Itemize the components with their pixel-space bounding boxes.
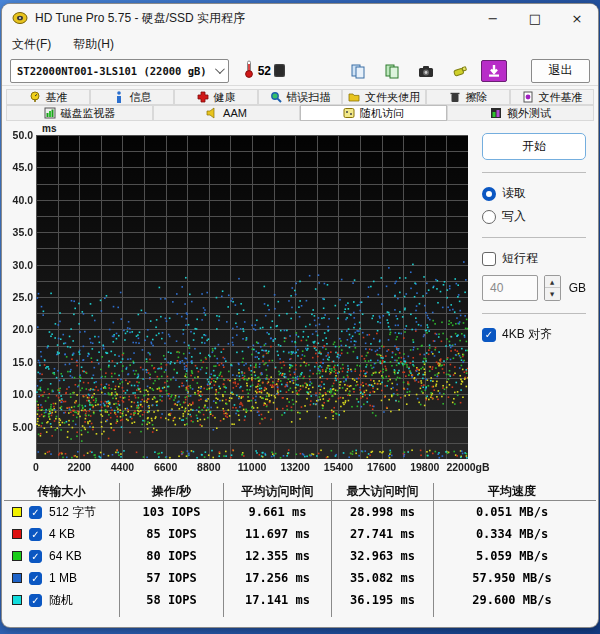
y-tick-label: 30.0 — [13, 259, 33, 271]
copy-button[interactable] — [345, 60, 371, 82]
y-tick-label: 5.00 — [13, 421, 33, 433]
app-window: HD Tune Pro 5.75 - 硬盘/SSD 实用程序 − □ × 文件(… — [2, 4, 598, 627]
table-row-random: ✓ 随机 58 IOPS 17.141 ms 36.195 ms 29.600 … — [4, 589, 596, 611]
download-button[interactable] — [481, 60, 507, 82]
toolbar: ST22000NT001-3LS101 (22000 gB) 52 退出 — [2, 56, 598, 86]
avg-speed-value: 57.950 MB/s — [434, 567, 590, 589]
tab-label: 健康 — [214, 90, 236, 105]
col-header-avg-speed: 平均速度 — [434, 483, 590, 500]
random-access-chart — [36, 135, 468, 459]
camera-button[interactable] — [413, 60, 439, 82]
tab-file-benchmark[interactable]: 文件基准 — [510, 89, 594, 105]
tab-label: 随机访问 — [360, 106, 404, 121]
maximize-button[interactable]: □ — [514, 4, 556, 32]
tab-folder-usage[interactable]: 文件夹使用 — [342, 89, 426, 105]
tab-label: AAM — [223, 107, 247, 119]
menu-help[interactable]: 帮助(H) — [73, 36, 114, 53]
col-header-max-access: 最大访问时间 — [332, 483, 434, 500]
window-controls: − □ × — [472, 4, 598, 32]
series-color-swatch — [12, 595, 22, 605]
y-tick-label: 40.0 — [13, 194, 33, 206]
read-label: 读取 — [502, 185, 526, 202]
temperature-unit-badge — [274, 64, 285, 77]
avg-access-value: 12.355 ms — [224, 545, 332, 567]
divider — [482, 237, 586, 238]
series-checkbox[interactable]: ✓ — [29, 506, 42, 519]
write-radio[interactable] — [482, 210, 496, 224]
save-usb-icon — [452, 63, 468, 79]
minimize-button[interactable]: − — [472, 4, 514, 32]
camera-icon — [418, 63, 434, 79]
read-option[interactable]: 读取 — [482, 185, 586, 202]
gb-unit-label: GB — [569, 281, 586, 295]
tab-strip: 基准信息健康错误扫描文件夹使用擦除文件基准 磁盘监视器AAM随机访问额外测试 — [6, 89, 594, 121]
tab-disk-monitor[interactable]: 磁盘监视器 — [6, 105, 153, 121]
file-benchmark-icon — [522, 91, 534, 103]
short-stroke-size-row: 40 ▲ ▼ GB — [482, 275, 586, 301]
4kb-align-checkbox[interactable]: ✓ — [482, 328, 496, 342]
y-axis-labels: 50.045.040.035.030.025.020.015.010.05.00 — [2, 135, 36, 459]
drive-select[interactable]: ST22000NT001-3LS101 (22000 gB) — [10, 59, 229, 83]
tab-label: 信息 — [130, 90, 152, 105]
x-tick-label: 0 — [33, 461, 39, 473]
tab-label: 文件基准 — [539, 90, 583, 105]
iops-value: 85 IOPS — [120, 523, 224, 545]
tab-info[interactable]: 信息 — [90, 89, 174, 105]
tab-extra-tests[interactable]: 额外测试 — [447, 105, 594, 121]
divider — [482, 172, 586, 173]
series-checkbox[interactable]: ✓ — [29, 550, 42, 563]
copy-icon — [350, 63, 366, 79]
x-tick-label: 8800 — [197, 461, 220, 473]
max-access-value: 32.963 ms — [332, 545, 434, 567]
avg-speed-value: 0.334 MB/s — [434, 523, 590, 545]
size-stepper: ▲ ▼ — [544, 275, 561, 301]
toolbar-buttons — [345, 60, 507, 82]
iops-value: 80 IOPS — [120, 545, 224, 567]
tab-label: 文件夹使用 — [365, 90, 420, 105]
write-option[interactable]: 写入 — [482, 208, 586, 225]
tab-aam[interactable]: AAM — [153, 105, 300, 121]
short-stroke-size-input[interactable]: 40 — [482, 275, 538, 301]
info-icon — [113, 91, 125, 103]
x-tick-label: 2200 — [68, 461, 91, 473]
col-header-transfer-size: 传输大小 — [4, 483, 120, 500]
tab-error-scan[interactable]: 错误扫描 — [258, 89, 342, 105]
x-tick-label: 19800 — [410, 461, 439, 473]
4kb-align-option[interactable]: ✓ 4KB 对齐 — [482, 326, 586, 343]
results-table: 传输大小 操作/秒 平均访问时间 最大访问时间 平均速度 ✓ 512 字节 10… — [4, 483, 596, 617]
download-icon — [486, 63, 502, 79]
tab-erase[interactable]: 擦除 — [426, 89, 510, 105]
menu-file[interactable]: 文件(F) — [12, 36, 51, 53]
stepper-up-button[interactable]: ▲ — [545, 276, 560, 288]
x-tick-label: 13200 — [281, 461, 310, 473]
avg-speed-value: 29.600 MB/s — [434, 589, 590, 611]
start-button[interactable]: 开始 — [482, 133, 586, 160]
save-usb-button[interactable] — [447, 60, 473, 82]
close-button[interactable]: × — [556, 4, 598, 32]
tab-health[interactable]: 健康 — [174, 89, 258, 105]
random-access-view: ms 50.045.040.035.030.025.020.015.010.05… — [2, 121, 598, 475]
stepper-down-button[interactable]: ▼ — [545, 288, 560, 300]
read-radio[interactable] — [482, 187, 496, 201]
results-table-body: ✓ 512 字节 103 IOPS 9.661 ms 28.998 ms 0.0… — [4, 501, 596, 611]
y-axis-unit-label: ms — [42, 123, 480, 135]
series-checkbox[interactable]: ✓ — [29, 528, 42, 541]
short-stroke-option[interactable]: 短行程 — [482, 250, 586, 267]
y-tick-label: 45.0 — [13, 161, 33, 173]
write-label: 写入 — [502, 208, 526, 225]
tab-random-access[interactable]: 随机访问 — [300, 105, 447, 121]
tab-benchmark[interactable]: 基准 — [6, 89, 90, 105]
copy-image-button[interactable] — [379, 60, 405, 82]
exit-button[interactable]: 退出 — [531, 59, 590, 83]
short-stroke-label: 短行程 — [502, 250, 538, 267]
series-checkbox[interactable]: ✓ — [29, 572, 42, 585]
short-stroke-checkbox[interactable] — [482, 252, 496, 266]
iops-value: 58 IOPS — [120, 589, 224, 611]
series-checkbox[interactable]: ✓ — [29, 594, 42, 607]
tab-label: 额外测试 — [507, 106, 551, 121]
tab-label: 磁盘监视器 — [61, 106, 116, 121]
avg-access-value: 17.141 ms — [224, 589, 332, 611]
series-color-swatch — [12, 529, 22, 539]
tab-label: 擦除 — [466, 90, 488, 105]
avg-access-value: 11.697 ms — [224, 523, 332, 545]
